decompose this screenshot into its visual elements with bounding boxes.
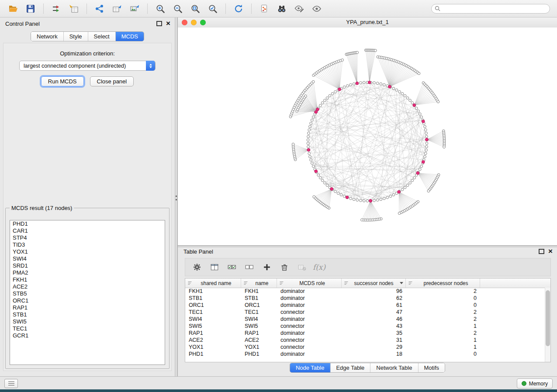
table-cell[interactable]: dominator bbox=[277, 316, 342, 323]
table-cell[interactable]: RAP1 bbox=[185, 330, 241, 337]
memory-button[interactable]: Memory bbox=[517, 378, 553, 389]
control-panel-close-icon[interactable]: × bbox=[166, 21, 170, 26]
zoom-fit-button[interactable] bbox=[188, 2, 203, 15]
network-node[interactable] bbox=[307, 139, 309, 141]
network-node[interactable] bbox=[321, 179, 324, 182]
table-cell[interactable]: 1 bbox=[406, 323, 480, 330]
mcds-result-item[interactable]: PHD1 bbox=[10, 220, 165, 227]
table-cell[interactable]: 47 bbox=[342, 309, 406, 316]
table-cell[interactable]: FKH1 bbox=[241, 288, 277, 295]
mcds-result-item[interactable]: ACE2 bbox=[10, 283, 165, 290]
control-panel-float-icon[interactable] bbox=[156, 21, 162, 26]
table-cell[interactable]: connector bbox=[277, 344, 342, 351]
network-node[interactable] bbox=[353, 83, 355, 85]
network-node[interactable] bbox=[413, 176, 416, 179]
column-header-successor-nodes[interactable]: successor nodes bbox=[342, 279, 406, 288]
table-cell[interactable]: 2 bbox=[406, 316, 480, 323]
select-all-columns-button[interactable] bbox=[224, 260, 240, 275]
network-node[interactable] bbox=[420, 116, 423, 118]
network-node[interactable] bbox=[392, 193, 395, 196]
network-hub-node[interactable] bbox=[413, 104, 416, 107]
table-cell[interactable]: SWI5 bbox=[185, 323, 241, 330]
column-header-shared-name[interactable]: shared name bbox=[185, 279, 241, 288]
network-node[interactable] bbox=[389, 195, 392, 198]
table-cell[interactable]: dominator bbox=[277, 330, 342, 337]
network-node[interactable] bbox=[307, 142, 309, 144]
table-cell[interactable]: 96 bbox=[342, 288, 406, 295]
open-session-button[interactable] bbox=[6, 2, 21, 15]
show-graphics-button[interactable] bbox=[309, 2, 324, 15]
network-node[interactable] bbox=[309, 155, 311, 158]
network-hub-node[interactable] bbox=[338, 88, 341, 91]
network-hub-node[interactable] bbox=[315, 110, 318, 113]
zoom-in-button[interactable] bbox=[153, 2, 168, 15]
table-cell[interactable]: 31 bbox=[342, 337, 406, 344]
network-node[interactable] bbox=[304, 95, 307, 97]
network-node[interactable] bbox=[424, 125, 426, 128]
network-node[interactable] bbox=[326, 97, 329, 100]
network-node[interactable] bbox=[308, 152, 311, 155]
network-node[interactable] bbox=[426, 135, 428, 138]
network-node[interactable] bbox=[366, 199, 369, 202]
table-cell[interactable]: 18 bbox=[342, 351, 406, 358]
network-hub-node[interactable] bbox=[398, 190, 401, 193]
table-cell[interactable]: SWI4 bbox=[241, 316, 277, 323]
network-node[interactable] bbox=[383, 83, 385, 86]
mcds-result-item[interactable]: ORC1 bbox=[10, 297, 165, 304]
network-node[interactable] bbox=[307, 145, 310, 148]
deselect-all-columns-button[interactable] bbox=[241, 260, 257, 275]
table-cell[interactable]: 0 bbox=[406, 302, 480, 309]
network-node[interactable] bbox=[409, 99, 412, 102]
add-column-button[interactable] bbox=[259, 260, 275, 275]
table-cell[interactable]: STB1 bbox=[241, 295, 277, 302]
table-cell[interactable]: connector bbox=[277, 323, 342, 330]
table-cell[interactable]: 1 bbox=[406, 344, 480, 351]
network-node[interactable] bbox=[356, 51, 359, 54]
window-minimize-button[interactable] bbox=[191, 20, 197, 25]
network-node[interactable] bbox=[337, 192, 339, 195]
network-node[interactable] bbox=[307, 132, 310, 134]
network-node[interactable] bbox=[307, 135, 310, 138]
network-node[interactable] bbox=[419, 113, 421, 115]
table-cell[interactable]: SWI4 bbox=[185, 316, 241, 323]
table-settings-button[interactable] bbox=[189, 260, 205, 275]
network-node[interactable] bbox=[308, 129, 311, 131]
table-panel-close-icon[interactable]: × bbox=[548, 249, 553, 254]
mcds-result-item[interactable]: RAP1 bbox=[10, 304, 165, 311]
network-node[interactable] bbox=[331, 93, 334, 95]
table-cell[interactable]: 61 bbox=[342, 302, 406, 309]
close-panel-button[interactable]: Close panel bbox=[90, 76, 134, 86]
network-node[interactable] bbox=[311, 119, 313, 121]
export-table-button[interactable] bbox=[110, 2, 125, 15]
import-table-button[interactable] bbox=[66, 2, 81, 15]
table-cell[interactable]: TEC1 bbox=[185, 309, 241, 316]
optimization-criterion-select[interactable]: largest connected component (undirected) bbox=[19, 61, 156, 71]
delete-column-button[interactable] bbox=[276, 260, 292, 275]
network-node[interactable] bbox=[311, 162, 313, 165]
network-node[interactable] bbox=[313, 196, 315, 198]
network-node[interactable] bbox=[419, 168, 421, 171]
status-menu-button[interactable] bbox=[4, 379, 18, 388]
network-hub-node[interactable] bbox=[369, 199, 372, 203]
network-node[interactable] bbox=[411, 179, 414, 182]
mcds-result-item[interactable]: GCR1 bbox=[10, 332, 165, 339]
network-node[interactable] bbox=[406, 184, 409, 187]
network-node[interactable] bbox=[418, 72, 420, 75]
tab-edge-table[interactable]: Edge Table bbox=[330, 363, 370, 372]
network-node[interactable] bbox=[404, 186, 406, 189]
network-hub-node[interactable] bbox=[426, 138, 429, 141]
network-node[interactable] bbox=[324, 99, 326, 102]
visibility-edit-button[interactable] bbox=[292, 2, 307, 15]
network-node[interactable] bbox=[310, 159, 312, 162]
network-hub-node[interactable] bbox=[316, 108, 319, 111]
network-node[interactable] bbox=[424, 152, 427, 155]
network-canvas[interactable] bbox=[178, 28, 557, 245]
network-node[interactable] bbox=[380, 83, 382, 85]
table-cell[interactable]: dominator bbox=[277, 295, 342, 302]
network-node[interactable] bbox=[343, 195, 346, 198]
network-node[interactable] bbox=[317, 174, 320, 176]
table-scrollbar[interactable] bbox=[545, 288, 550, 362]
network-node[interactable] bbox=[312, 165, 315, 168]
tab-node-table[interactable]: Node Table bbox=[290, 363, 330, 372]
share-document-button[interactable] bbox=[257, 2, 272, 15]
